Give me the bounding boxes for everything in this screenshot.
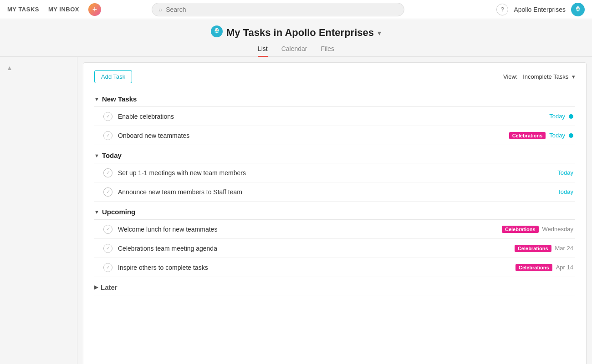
task-right: Celebrations Today xyxy=(509,132,573,139)
section-header-later[interactable]: ▶ Later xyxy=(94,277,575,295)
task-dot-icon xyxy=(569,114,573,119)
toolbar: Add Task View: Incomplete Tasks ▾ xyxy=(83,63,586,89)
section-today: ▼ Today ✓ Set up 1-1 meetings with new t… xyxy=(83,145,586,202)
task-check-icon[interactable]: ✓ xyxy=(103,112,112,121)
section-later: ▶ Later xyxy=(83,277,586,295)
add-button[interactable]: + xyxy=(88,3,101,16)
main-content: Add Task View: Incomplete Tasks ▾ ▼ New … xyxy=(83,62,587,364)
celebrations-tag: Celebrations xyxy=(502,226,539,233)
section-chevron-icon: ▶ xyxy=(94,284,98,290)
task-row[interactable]: ✓ Inspire others to complete tasks Celeb… xyxy=(94,258,575,277)
tab-list[interactable]: List xyxy=(258,45,268,57)
task-right: Today xyxy=(557,169,573,176)
view-selector[interactable]: View: Incomplete Tasks ▾ xyxy=(503,73,575,80)
top-nav: MY TASKS MY INBOX + ⌕ ? Apollo Enterpris… xyxy=(0,0,592,19)
my-tasks-nav[interactable]: MY TASKS xyxy=(7,6,39,13)
task-name: Set up 1-1 meetings with new team member… xyxy=(118,169,552,177)
task-name: Welcome lunch for new teammates xyxy=(118,226,496,233)
section-header-new-tasks[interactable]: ▼ New Tasks xyxy=(94,89,575,106)
section-label-today: Today xyxy=(102,152,122,159)
layout: ▲ Add Task View: Incomplete Tasks ▾ ▼ Ne… xyxy=(0,57,592,364)
task-right: Celebrations Mar 24 xyxy=(515,245,573,252)
section-label-upcoming: Upcoming xyxy=(102,208,135,216)
task-name: Celebrations team meeting agenda xyxy=(118,245,509,252)
page-title-row: My Tasks in Apollo Enterprises ▾ xyxy=(211,25,381,40)
sidebar-collapse-icon[interactable]: ▲ xyxy=(0,61,77,74)
svg-point-12 xyxy=(217,30,218,30)
task-row[interactable]: ✓ Announce new team members to Staff tea… xyxy=(94,182,575,202)
task-row[interactable]: ✓ Enable celebrations Today xyxy=(94,107,575,126)
section-new-tasks: ▼ New Tasks ✓ Enable celebrations Today … xyxy=(83,89,586,145)
org-name: Apollo Enterprises xyxy=(514,6,566,13)
task-date: Today xyxy=(557,169,573,176)
task-check-icon[interactable]: ✓ xyxy=(103,131,112,140)
task-date: Today xyxy=(549,132,565,139)
svg-point-5 xyxy=(578,8,579,9)
task-date: Apr 14 xyxy=(556,264,573,271)
task-right: Celebrations Wednesday xyxy=(502,226,573,233)
task-right: Today xyxy=(557,188,573,195)
task-name: Announce new team members to Staff team xyxy=(118,188,552,196)
view-label: View: xyxy=(503,73,518,80)
section-upcoming: ▼ Upcoming ✓ Welcome lunch for new teamm… xyxy=(83,202,586,277)
section-label-new-tasks: New Tasks xyxy=(102,95,137,103)
nav-right: ? Apollo Enterprises xyxy=(496,3,585,16)
task-name: Inspire others to complete tasks xyxy=(118,264,510,271)
task-right: Celebrations Apr 14 xyxy=(515,264,573,271)
page-icon xyxy=(211,25,223,40)
task-name: Enable celebrations xyxy=(118,113,544,120)
task-check-icon[interactable]: ✓ xyxy=(103,168,112,177)
task-check-icon[interactable]: ✓ xyxy=(103,244,112,253)
svg-point-13 xyxy=(216,30,218,31)
task-name: Onboard new teammates xyxy=(118,132,504,139)
sidebar: ▲ xyxy=(0,57,77,364)
section-label-later: Later xyxy=(101,283,117,291)
section-chevron-icon: ▼ xyxy=(94,96,99,102)
section-header-upcoming[interactable]: ▼ Upcoming xyxy=(94,202,575,219)
task-check-icon[interactable]: ✓ xyxy=(103,225,112,234)
task-row[interactable]: ✓ Celebrations team meeting agenda Celeb… xyxy=(94,239,575,258)
page-title: My Tasks in Apollo Enterprises xyxy=(226,27,374,39)
task-dot-icon xyxy=(569,133,573,138)
svg-point-11 xyxy=(215,30,216,30)
svg-point-6 xyxy=(577,9,578,10)
celebrations-tag: Celebrations xyxy=(515,264,552,271)
avatar[interactable] xyxy=(571,3,585,16)
section-chevron-icon: ▼ xyxy=(94,209,99,215)
celebrations-tag: Celebrations xyxy=(515,245,551,252)
task-right: Today xyxy=(549,113,573,120)
my-inbox-nav[interactable]: MY INBOX xyxy=(48,6,79,13)
help-button[interactable]: ? xyxy=(496,4,508,15)
task-row[interactable]: ✓ Onboard new teammates Celebrations Tod… xyxy=(94,126,575,145)
task-date: Today xyxy=(549,113,565,120)
task-date: Mar 24 xyxy=(555,245,573,252)
task-row[interactable]: ✓ Set up 1-1 meetings with new team memb… xyxy=(94,163,575,182)
search-input[interactable] xyxy=(166,6,398,13)
tab-calendar[interactable]: Calendar xyxy=(281,45,307,57)
task-date: Wednesday xyxy=(542,226,573,233)
section-header-today[interactable]: ▼ Today xyxy=(94,145,575,163)
section-chevron-icon: ▼ xyxy=(94,153,99,158)
add-task-button[interactable]: Add Task xyxy=(94,70,132,83)
page-title-chevron-icon[interactable]: ▾ xyxy=(378,29,381,37)
search-bar: ⌕ xyxy=(152,3,404,16)
page-header: My Tasks in Apollo Enterprises ▾ List Ca… xyxy=(0,19,592,57)
search-icon: ⌕ xyxy=(158,6,162,13)
celebrations-tag: Celebrations xyxy=(509,132,546,139)
view-value: Incomplete Tasks xyxy=(523,73,568,80)
task-check-icon[interactable]: ✓ xyxy=(103,187,112,197)
tabs: List Calendar Files xyxy=(0,45,592,57)
task-check-icon[interactable]: ✓ xyxy=(103,263,112,272)
task-row[interactable]: ✓ Welcome lunch for new teammates Celebr… xyxy=(94,220,575,239)
svg-point-4 xyxy=(577,8,578,9)
task-date: Today xyxy=(557,188,573,195)
tab-files[interactable]: Files xyxy=(321,45,335,57)
